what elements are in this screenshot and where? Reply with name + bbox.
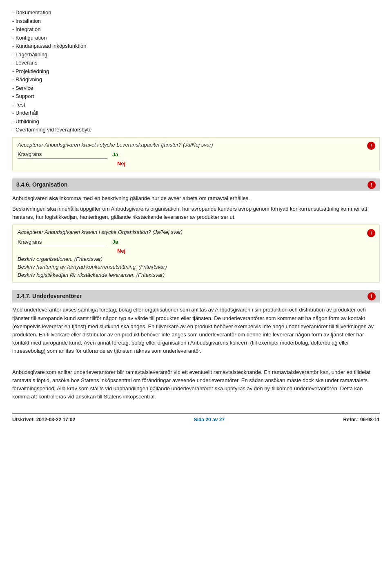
list-item: - Rådgivning (12, 76, 380, 84)
nej-label-org: Nej (117, 248, 125, 254)
list-item: - Utbildning (12, 118, 380, 126)
section-347-header: 3.4.7. Underleverentörer ! (12, 290, 380, 303)
kravgrans-label-leverans: Kravgräns (18, 150, 107, 159)
leveranskapacitet-box: ! Accepterar Anbudsgivaren kravet i styc… (12, 137, 380, 171)
intro-list: - Dokumentation- Installation- Integrati… (12, 9, 380, 134)
nej-row-org: Nej (112, 247, 374, 255)
org-line1: Beskriv organisationen. (Fritextsvar) (18, 255, 374, 263)
section-346-header: 3.4.6. Organisation ! (12, 178, 380, 191)
footer-left: Utskrivet: 2012-03-22 17:02 (12, 416, 75, 423)
list-item: - Dokumentation (12, 9, 380, 17)
nej-label-leverans: Nej (117, 160, 125, 167)
section-346-body2: Beskrivningen ska innehålla uppgifter om… (12, 205, 380, 221)
footer-right: Refnr.: 96-98-11 (343, 416, 380, 423)
section-347-title: 3.4.7. Underleverentörer (16, 292, 82, 300)
leveranskapacitet-question: Accepterar Anbudsgivaren kravet i stycke… (18, 141, 374, 149)
list-item: - Installation (12, 17, 380, 25)
ja-label-org: Ja (112, 238, 118, 246)
section-347-body1: Med underleverantör avses samtliga föret… (12, 306, 380, 355)
list-item: - Kundanpassad inköpsfunktion (12, 42, 380, 50)
list-item: - Test (12, 101, 380, 109)
section-346-body1: Anbudsgivaren ska inkomma med en beskriv… (12, 194, 380, 202)
section-346-title: 3.4.6. Organisation (16, 180, 67, 189)
alert-icon-leverans: ! (367, 142, 375, 150)
ja-label-leverans: Ja (112, 151, 118, 159)
list-item: - Underhåll (12, 109, 380, 117)
list-item: - Leverans (12, 59, 380, 67)
org-line2: Beskriv hantering av förnyad konkurrensu… (18, 263, 374, 271)
list-item: - Projektledning (12, 67, 380, 76)
section-347-body2: Anbudsgivare som anlitar underleverantör… (12, 368, 380, 401)
kravgrans-label-org: Kravgräns (18, 238, 107, 247)
page-footer: Utskrivet: 2012-03-22 17:02 Sida 20 av 2… (12, 413, 380, 423)
list-item: - Service (12, 84, 380, 92)
footer-center: Sida 20 av 27 (194, 416, 225, 423)
list-item: - Integration (12, 25, 380, 33)
list-item: - Konfiguration (12, 34, 380, 42)
kravgrans-row-org: Kravgräns Ja (18, 238, 374, 247)
organisation-question: Accepterar Anbudsgivaren kraven i stycke… (18, 228, 374, 236)
list-item: - Överlämning vid leverantörsbyte (12, 126, 380, 134)
list-item: - Support (12, 92, 380, 100)
kravgrans-row-leverans: Kravgräns Ja (18, 150, 374, 159)
organisation-box: ! Accepterar Anbudsgivaren kraven i styc… (12, 225, 380, 283)
org-line3: Beskriv logistikkedjan för rikstäckande … (18, 271, 374, 279)
alert-icon-347: ! (368, 292, 376, 300)
nej-row-leverans: Nej (112, 160, 374, 168)
list-item: - Lagerhållning (12, 51, 380, 59)
alert-icon-346: ! (368, 181, 376, 189)
